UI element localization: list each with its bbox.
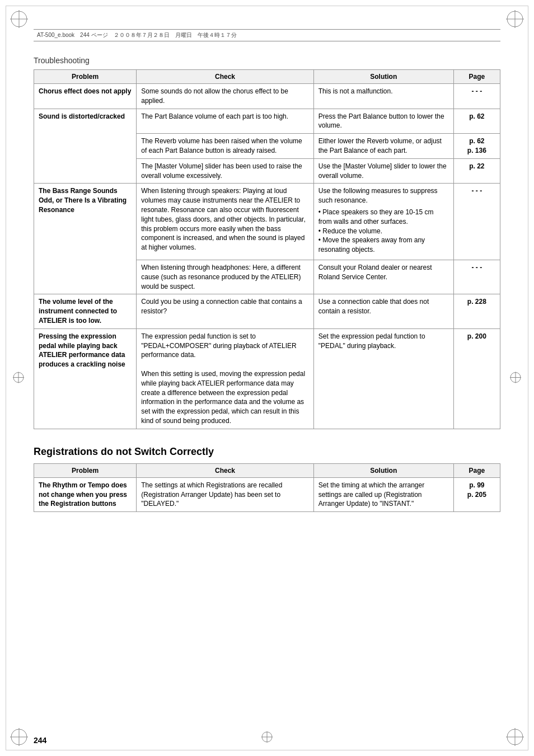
check-cell: Some sounds do not allow the chorus effe… — [137, 84, 314, 109]
col-solution: Solution — [313, 70, 453, 84]
bottom-center-mark — [261, 731, 273, 745]
corner-mark-br — [504, 726, 526, 748]
col-page: Page — [453, 70, 500, 84]
table-header-row: Problem Check Solution Page — [34, 463, 500, 477]
header-bar: AT-500_e.book 244 ページ ２００８年７月２８日 月曜日 午後４… — [34, 29, 500, 41]
left-margin-mark — [12, 371, 25, 385]
corner-mark-tr — [504, 8, 526, 30]
table-header-row: Problem Check Solution Page — [34, 70, 500, 84]
col-check: Check — [137, 70, 314, 84]
section2-title: Registrations do not Switch Correctly — [34, 446, 500, 458]
page-cell: - - - — [453, 260, 500, 294]
section2-table: Problem Check Solution Page The Rhythm o… — [34, 463, 500, 512]
section1-title: Troubleshooting — [34, 56, 500, 65]
solution-cell: Consult your Roland dealer or nearest Ro… — [313, 260, 453, 294]
table-row: The Rhythm or Tempo does not change when… — [34, 477, 500, 511]
section1: Troubleshooting Problem Check Solution P… — [34, 56, 500, 429]
problem-cell: The volume level of the instrument conne… — [34, 294, 137, 328]
section2: Registrations do not Switch Correctly Pr… — [34, 446, 500, 512]
col-page: Page — [453, 463, 500, 477]
page-cell: p. 99p. 205 — [453, 477, 500, 511]
corner-mark-bl — [8, 726, 30, 748]
check-cell: When listening through speakers: Playing… — [137, 184, 314, 260]
solution-cell: Either lower the Reverb volume, or adjus… — [313, 134, 453, 159]
col-problem: Problem — [34, 463, 137, 477]
page-cell: - - - — [453, 84, 500, 109]
list-item: Place speakers so they are 10-15 cm from… — [318, 208, 449, 227]
page-cell: p. 22 — [453, 158, 500, 184]
header-text: AT-500_e.book 244 ページ ２００８年７月２８日 月曜日 午後４… — [37, 31, 237, 39]
check-cell: The Reverb volume has been raised when t… — [137, 134, 314, 159]
check-cell: The expression pedal function is set to … — [137, 328, 314, 429]
col-check: Check — [137, 463, 314, 477]
solution-cell: Set the timing at which the arranger set… — [313, 477, 453, 511]
page-cell: p. 200 — [453, 328, 500, 429]
main-content: Troubleshooting Problem Check Solution P… — [34, 56, 500, 722]
problem-cell: Chorus effect does not apply — [34, 84, 137, 109]
list-item: Move the speakers away from any resonati… — [318, 236, 449, 255]
problem-cell: The Rhythm or Tempo does not change when… — [34, 477, 137, 511]
check-cell: The settings at which Registrations are … — [137, 477, 314, 511]
problem-cell-bass: The Bass Range Sounds Odd, or There Is a… — [34, 184, 137, 294]
page-cell: - - - — [453, 184, 500, 260]
solution-cell: Use a connection cable that does not con… — [313, 294, 453, 328]
table-row: Chorus effect does not apply Some sounds… — [34, 84, 500, 109]
list-item: Reduce the volume. — [318, 227, 449, 236]
page-cell: p. 62p. 136 — [453, 134, 500, 159]
right-margin-mark — [509, 371, 522, 385]
solution-cell: This is not a malfunction. — [313, 84, 453, 109]
check-cell: The [Master Volume] slider has been used… — [137, 158, 314, 184]
problem-cell: Pressing the expression pedal while play… — [34, 328, 137, 429]
table-row: Sound is distorted/cracked The Part Bala… — [34, 109, 500, 134]
page-number: 244 — [34, 736, 46, 745]
table-row: Pressing the expression pedal while play… — [34, 328, 500, 429]
table-row: The volume level of the instrument conne… — [34, 294, 500, 328]
solution-cell: Use the [Master Volume] slider to lower … — [313, 158, 453, 184]
page-cell: p. 228 — [453, 294, 500, 328]
page-cell: p. 62 — [453, 109, 500, 134]
check-cell: The Part Balance volume of each part is … — [137, 109, 314, 134]
col-solution: Solution — [313, 463, 453, 477]
solution-cell: Set the expression pedal function to "PE… — [313, 328, 453, 429]
solution-cell: Press the Part Balance button to lower t… — [313, 109, 453, 134]
corner-mark-tl — [8, 8, 30, 30]
solution-cell: Use the following measures to suppress s… — [313, 184, 453, 260]
check-cell: Could you be using a connection cable th… — [137, 294, 314, 328]
section1-table: Problem Check Solution Page Chorus effec… — [34, 69, 500, 429]
table-row: The Bass Range Sounds Odd, or There Is a… — [34, 184, 500, 260]
col-problem: Problem — [34, 70, 137, 84]
solution-bullet-list: Place speakers so they are 10-15 cm from… — [318, 208, 449, 255]
problem-cell-sound: Sound is distorted/cracked — [34, 109, 137, 184]
check-cell: When listening through headphones: Here,… — [137, 260, 314, 294]
